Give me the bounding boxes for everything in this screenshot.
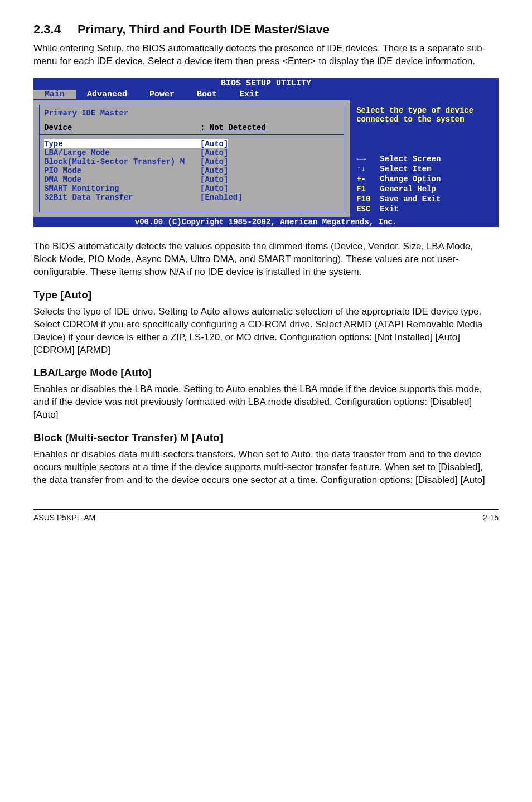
section-heading: 2.3.4Primary, Third and Fourth IDE Maste… <box>33 22 499 37</box>
bios-key-row: ←→Select Screen <box>356 154 492 163</box>
bios-footer: v00.00 (C)Copyright 1985-2002, American … <box>33 217 499 227</box>
bios-key-row: ESCExit <box>356 205 492 214</box>
bios-menu-bar: Main Advanced Power Boot Exit <box>33 89 499 100</box>
bios-key-desc: Exit <box>380 205 492 214</box>
bios-inner-box: Primary IDE Master Device : Not Detected… <box>39 105 344 212</box>
subsection-body: Enables or disables data multi-sectors t… <box>33 448 499 487</box>
bios-menu-exit[interactable]: Exit <box>228 90 270 99</box>
bios-key-desc: Select Screen <box>380 154 492 163</box>
bios-menu-advanced[interactable]: Advanced <box>76 90 138 99</box>
bios-option-row[interactable]: SMART Monitoring [Auto] <box>44 184 339 193</box>
section-intro: While entering Setup, the BIOS automatic… <box>33 42 499 68</box>
bios-menu-main[interactable]: Main <box>33 90 76 99</box>
bios-key-desc: Save and Exit <box>380 195 492 204</box>
subsection-title: LBA/Large Mode [Auto] <box>33 366 499 379</box>
bios-option-row[interactable]: LBA/Large Mode [Auto] <box>44 148 339 157</box>
subsection-title: Block (Multi-sector Transfer) M [Auto] <box>33 432 499 444</box>
bios-option-value: [Auto] <box>200 184 228 193</box>
bios-options-list: Type [Auto] LBA/Large Mode [Auto] Block(… <box>44 139 339 202</box>
footer-product: ASUS P5KPL-AM <box>33 513 95 522</box>
section-number: 2.3.4 <box>33 22 61 37</box>
bios-key: F10 <box>356 195 379 204</box>
bios-option-label: Type <box>44 139 200 148</box>
bios-key-desc: General Help <box>380 185 492 194</box>
section-title-text: Primary, Third and Fourth IDE Master/Sla… <box>78 22 330 36</box>
bios-key-row: ↑↓Select Item <box>356 165 492 173</box>
bios-left-panel: Primary IDE Master Device : Not Detected… <box>33 100 350 217</box>
bios-title: BIOS SETUP UTILITY <box>33 78 499 89</box>
bios-option-row[interactable]: Type [Auto] <box>44 139 339 148</box>
bios-option-value: [Auto] <box>200 148 228 157</box>
bios-option-value: [Auto] <box>200 139 228 148</box>
bios-panel-title: Primary IDE Master <box>44 109 339 118</box>
footer-page-number: 2-15 <box>483 513 499 522</box>
bios-body: Primary IDE Master Device : Not Detected… <box>33 100 499 217</box>
bios-key: ↑↓ <box>356 165 379 173</box>
bios-option-row[interactable]: DMA Mode [Auto] <box>44 175 339 184</box>
bios-key: ESC <box>356 205 379 214</box>
bios-device-row: Device : Not Detected <box>44 123 339 132</box>
subsection-title: Type [Auto] <box>33 289 499 301</box>
bios-device-value: : Not Detected <box>200 123 266 132</box>
after-bios-paragraph: The BIOS automatically detects the value… <box>33 240 499 279</box>
page-footer: ASUS P5KPL-AM 2-15 <box>33 510 499 522</box>
bios-device-label: Device <box>44 123 200 132</box>
bios-option-row[interactable]: PIO Mode [Auto] <box>44 166 339 175</box>
bios-screenshot: BIOS SETUP UTILITY Main Advanced Power B… <box>33 78 499 227</box>
bios-option-value: [Auto] <box>200 166 228 175</box>
bios-option-label: PIO Mode <box>44 166 200 175</box>
bios-menu-power[interactable]: Power <box>138 90 186 99</box>
bios-help-text: Select the type of device connected to t… <box>355 103 493 127</box>
bios-key-desc: Select Item <box>380 165 492 173</box>
bios-option-label: Block(Multi-Sector Transfer) M <box>44 157 200 166</box>
bios-option-row[interactable]: 32Bit Data Transfer [Enabled] <box>44 193 339 202</box>
bios-option-label: LBA/Large Mode <box>44 148 200 157</box>
bios-key: ←→ <box>356 154 379 163</box>
bios-key-row: F10Save and Exit <box>356 195 492 204</box>
bios-key: F1 <box>356 185 379 194</box>
bios-key-row: +-Change Option <box>356 175 492 183</box>
bios-menu-boot[interactable]: Boot <box>186 90 228 99</box>
bios-option-label: SMART Monitoring <box>44 184 200 193</box>
bios-option-value: [Enabled] <box>200 193 243 202</box>
bios-option-row[interactable]: Block(Multi-Sector Transfer) M [Auto] <box>44 157 339 166</box>
subsection-body: Selects the type of IDE drive. Setting t… <box>33 306 499 357</box>
bios-key-desc: Change Option <box>380 175 492 183</box>
bios-option-label: 32Bit Data Transfer <box>44 193 200 202</box>
bios-key: +- <box>356 175 379 183</box>
subsection-body: Enables or disables the LBA mode. Settin… <box>33 383 499 422</box>
bios-option-value: [Auto] <box>200 175 228 184</box>
bios-option-label: DMA Mode <box>44 175 200 184</box>
bios-key-help: ←→Select Screen ↑↓Select Item +-Change O… <box>355 153 493 215</box>
bios-help-panel: Select the type of device connected to t… <box>350 100 499 217</box>
bios-key-row: F1General Help <box>356 185 492 194</box>
bios-option-value: [Auto] <box>200 157 228 166</box>
